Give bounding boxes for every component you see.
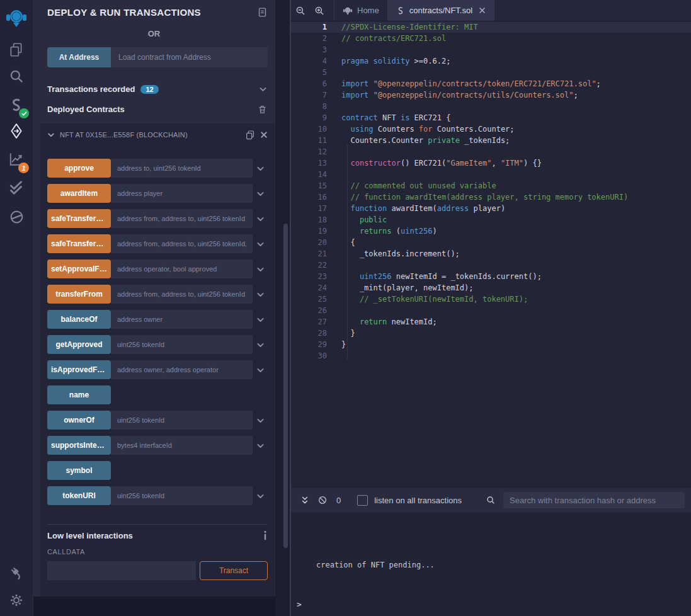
search-icon[interactable] [0, 64, 33, 88]
function-button[interactable]: transferFrom [47, 285, 111, 304]
code-line-25: 25 // _setTokenURI(newItemId, tokenURI); [291, 294, 691, 305]
function-button[interactable]: awardItem [47, 184, 111, 203]
chevron-down-icon[interactable] [253, 366, 268, 374]
code-line-23: 23 uint256 newItemId = _tokenIds.current… [291, 271, 691, 282]
tab-nft-sol[interactable]: contracts/NFT.sol [388, 0, 494, 21]
zoom-in-icon[interactable] [310, 0, 329, 21]
function-button[interactable]: safeTransferFr... [47, 209, 111, 228]
function-args-input[interactable] [111, 209, 253, 228]
solidity-compiler-icon[interactable] [0, 93, 33, 117]
chevron-down-icon[interactable] [253, 442, 268, 450]
code-line-11: 11 Counters.Counter private _tokenIds; [291, 135, 691, 146]
chevron-down-icon[interactable] [253, 316, 268, 324]
function-args-input[interactable] [111, 260, 253, 278]
function-args-input[interactable] [111, 285, 253, 304]
chevron-down-icon[interactable] [253, 265, 268, 273]
transact-button[interactable]: Transact [200, 561, 268, 580]
panel-resize-gutter[interactable] [275, 0, 290, 616]
chevron-down-icon[interactable] [253, 290, 268, 299]
close-icon[interactable] [260, 131, 268, 139]
remix-home-icon [343, 6, 353, 16]
function-row-transferFrom: transferFrom [47, 285, 268, 304]
documentation-book-icon[interactable] [257, 7, 268, 18]
code-line-9: 9contract NFT is ERC721 { [291, 112, 691, 123]
terminal-prompt[interactable]: > [297, 600, 302, 609]
at-address-input[interactable] [111, 47, 268, 67]
chevron-down-icon[interactable] [259, 85, 267, 93]
chevron-down-icon[interactable] [253, 240, 268, 248]
line-number: 8 [291, 101, 341, 112]
icon-rail: 1 [0, 0, 33, 616]
settings-gear-icon[interactable] [0, 588, 33, 612]
transactions-recorded-row: Transactions recorded 12 [47, 84, 267, 94]
terminal-toolbar: 0 listen on all transactions [291, 488, 691, 512]
function-args-input[interactable] [111, 310, 253, 329]
unit-testing-icon[interactable] [0, 176, 33, 200]
function-args-input[interactable] [111, 335, 253, 354]
function-button[interactable]: supportsInterf... [47, 436, 111, 455]
function-row-approve: approve [47, 159, 268, 178]
editor-tabbar: Home contracts/NFT.sol [291, 0, 691, 21]
remix-ide-window: 1 DEPLOY & RUN TRANSACTIONS OR At Addres… [0, 0, 691, 616]
function-row-balanceOf: balanceOf [47, 310, 268, 329]
main-area: Home contracts/NFT.sol 1//SPDX-License-I… [290, 0, 691, 616]
scrollbar-thumb[interactable] [283, 224, 288, 548]
line-number: 11 [291, 135, 341, 146]
function-args-input[interactable] [111, 411, 253, 430]
function-args-input[interactable] [111, 184, 253, 203]
function-button[interactable]: ownerOf [47, 411, 111, 430]
function-button[interactable]: name [47, 385, 111, 404]
close-tab-icon[interactable] [479, 7, 486, 14]
function-args-input[interactable] [111, 159, 253, 178]
function-args-input[interactable] [111, 436, 253, 455]
function-button[interactable]: tokenURI [47, 486, 111, 505]
function-args-input[interactable] [111, 360, 253, 379]
calldata-label: CALLDATA [47, 548, 268, 556]
function-row-name: name [47, 385, 268, 404]
terminal-search-input[interactable] [503, 492, 685, 508]
debugger-icon[interactable] [0, 205, 33, 229]
chevron-down-icon[interactable] [253, 164, 268, 173]
expand-terminal-icon[interactable] [297, 496, 312, 505]
function-button[interactable]: isApprovedFor... [47, 360, 111, 379]
code-line-30: 30 [291, 350, 691, 362]
plugin-manager-icon[interactable] [0, 561, 33, 585]
tab-home[interactable]: Home [334, 0, 388, 21]
chevron-down-icon[interactable] [253, 190, 268, 198]
chevron-down-icon[interactable] [253, 215, 268, 223]
trash-icon[interactable] [258, 105, 267, 114]
terminal-log-line: creation of NFT pending... [316, 561, 435, 569]
analytics-chart-icon[interactable]: 1 [0, 147, 33, 171]
at-address-button[interactable]: At Address [47, 47, 111, 67]
deploy-run-icon[interactable] [0, 119, 33, 143]
function-button[interactable]: balanceOf [47, 310, 111, 329]
zoom-out-icon[interactable] [291, 0, 310, 21]
line-number: 15 [291, 180, 341, 191]
terminal-output[interactable]: creation of NFT pending... > [291, 512, 691, 616]
function-args-input[interactable] [111, 486, 253, 505]
line-number: 28 [291, 328, 341, 339]
function-button[interactable]: setApprovalFo... [47, 260, 111, 278]
chevron-down-icon[interactable] [253, 416, 268, 425]
function-row-safeTransferFr: safeTransferFr... [47, 209, 268, 228]
file-explorer-icon[interactable] [0, 38, 33, 62]
calldata-input[interactable] [47, 561, 196, 580]
deployed-contracts-row: Deployed Contracts [47, 105, 267, 114]
clear-console-icon[interactable] [315, 495, 330, 505]
function-button[interactable]: approve [47, 159, 111, 178]
chevron-down-icon[interactable] [253, 492, 268, 500]
listen-all-transactions-checkbox[interactable] [357, 495, 368, 506]
line-number: 30 [291, 350, 341, 362]
code-editor[interactable]: 1//SPDX-License-Identifier: MIT2// contr… [291, 21, 691, 489]
function-button[interactable]: safeTransferFr... [47, 234, 111, 253]
function-button[interactable]: symbol [47, 461, 111, 480]
function-args-input[interactable] [111, 234, 253, 253]
chevron-down-icon[interactable] [253, 341, 268, 349]
function-button[interactable]: getApproved [47, 335, 111, 354]
line-number: 29 [291, 339, 341, 350]
line-number: 3 [291, 44, 341, 55]
code-line-1: 1//SPDX-License-Identifier: MIT [291, 21, 691, 33]
copy-address-icon[interactable] [245, 130, 255, 140]
info-icon[interactable] [263, 530, 268, 540]
chevron-down-icon[interactable] [47, 131, 55, 139]
